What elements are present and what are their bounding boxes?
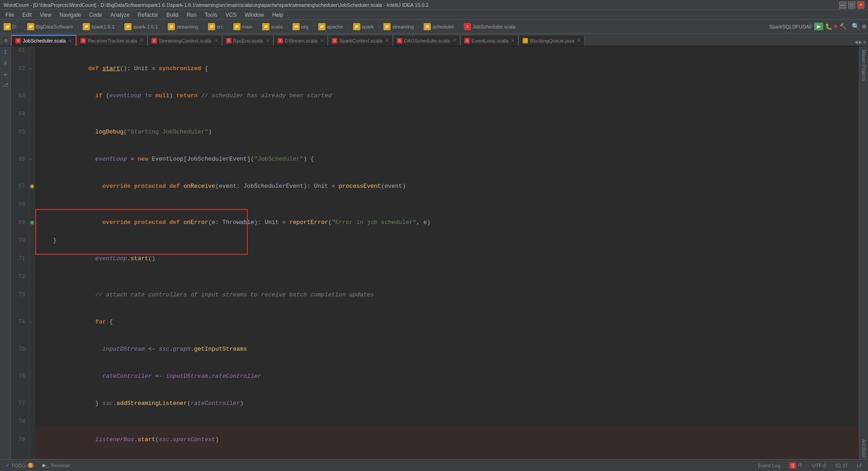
- breadcrumb-src[interactable]: 📁 src: [206, 22, 225, 31]
- tab-close-receivertracker[interactable]: ✕: [140, 38, 143, 43]
- tab-close-eventloop[interactable]: ✕: [511, 38, 514, 43]
- terminal-button[interactable]: ▶_ Terminal: [41, 461, 71, 469]
- tab-dstream[interactable]: S DStream.scala ✕: [274, 35, 328, 46]
- sidebar-favorites-icon[interactable]: ★: [1, 70, 10, 79]
- menu-edit[interactable]: Edit: [19, 11, 35, 19]
- breadcrumb-bigdata[interactable]: 📁 BigDataSoftware: [25, 22, 75, 31]
- tab-close-jobscheduler[interactable]: ✕: [68, 38, 72, 43]
- fold-arrow-74[interactable]: ▾: [29, 320, 32, 325]
- ime-button[interactable]: S 中: [788, 461, 805, 470]
- code-line-61[interactable]: [35, 46, 859, 55]
- code-line-67[interactable]: override protected def onReceive(event: …: [35, 173, 859, 200]
- tab-close-dagscheduler[interactable]: ✕: [453, 38, 456, 43]
- tab-close-sparkcontext[interactable]: ✕: [385, 38, 389, 43]
- java-icon: J: [523, 38, 528, 43]
- breadcrumb-org[interactable]: 📁 org: [291, 22, 310, 31]
- code-line-79[interactable]: listenerBus.start(ssc.sparkContext): [35, 426, 859, 453]
- tab-close-dstream[interactable]: ✕: [320, 38, 324, 43]
- menu-analyze[interactable]: Analyze: [107, 11, 133, 19]
- sidebar-project-icon[interactable]: 1: [1, 48, 10, 57]
- tab-bar: ⊞ S JobScheduler.scala ✕ S ReceiverTrack…: [0, 33, 868, 46]
- tab-close-streamingcontext[interactable]: ✕: [214, 38, 218, 43]
- code-line-64[interactable]: [35, 109, 859, 119]
- menu-build[interactable]: Build: [163, 11, 182, 19]
- line-col-button[interactable]: 62:37: [834, 462, 850, 469]
- menu-view[interactable]: View: [36, 11, 55, 19]
- code-line-70[interactable]: }: [35, 236, 859, 245]
- tab-sparkcontext[interactable]: S SparkContext.scala ✕: [328, 35, 392, 46]
- breadcrumb-spark-161[interactable]: 📁 spark-1.6.1: [123, 22, 160, 31]
- menu-file[interactable]: File: [2, 11, 18, 19]
- tab-eventloop[interactable]: S EventLoop.scala ✕: [460, 35, 519, 46]
- code-line-69[interactable]: override protected def onError(e: Throwa…: [35, 209, 859, 236]
- menu-navigate[interactable]: Navigate: [56, 11, 85, 19]
- code-line-76[interactable]: rateController <- inputDStream.rateContr…: [35, 363, 859, 390]
- sidebar-structure-icon[interactable]: ≡: [1, 59, 10, 68]
- tab-receivertracker[interactable]: S ReceiverTracker.scala ✕: [76, 35, 147, 46]
- line-gutter: [29, 417, 35, 426]
- code-line-66[interactable]: eventLoop = new EventLoop[JobSchedulerEv…: [35, 146, 859, 173]
- menu-run[interactable]: Run: [183, 11, 200, 19]
- code-line-63[interactable]: if (eventLoop != null) return // schedul…: [35, 82, 859, 109]
- search-icon[interactable]: 🔍: [852, 23, 859, 30]
- code-line-71[interactable]: eventLoop.start(): [35, 245, 859, 272]
- build-icon[interactable]: 🔨: [840, 23, 847, 30]
- tab-close-rpcenv[interactable]: ✕: [266, 38, 269, 43]
- code-line-78[interactable]: [35, 417, 859, 426]
- fold-arrow[interactable]: ▾: [29, 67, 32, 71]
- run-button[interactable]: ▶: [814, 23, 823, 30]
- menu-tools[interactable]: Tools: [201, 11, 221, 19]
- right-panel-ant-build[interactable]: Ant Build: [861, 438, 866, 459]
- tab-overflow-right[interactable]: ▶: [859, 39, 862, 46]
- code-line-68[interactable]: [35, 200, 859, 209]
- maximize-button[interactable]: □: [848, 1, 855, 9]
- todo-button[interactable]: ✓ TODO 6: [4, 461, 35, 469]
- tab-close-blockingqueue[interactable]: ✕: [577, 38, 580, 43]
- breadcrumb-apache[interactable]: 📁 apache: [316, 22, 345, 31]
- settings-icon[interactable]: ⚙: [863, 23, 866, 30]
- event-log-button[interactable]: Event Log: [756, 462, 783, 469]
- code-line-62[interactable]: def start(): Unit = synchronized {: [35, 55, 859, 82]
- breadcrumb-scheduler[interactable]: 📁 scheduler: [422, 22, 456, 31]
- menu-code[interactable]: Code: [85, 11, 106, 19]
- code-line-72[interactable]: [35, 272, 859, 281]
- code-editor[interactable]: 61 62 ▾ def start(): Unit = synchronized…: [11, 46, 859, 459]
- right-panel-maven[interactable]: Maven Projects: [861, 48, 866, 83]
- folder-icon: 📁: [353, 23, 360, 30]
- debug-icon[interactable]: 🐛: [825, 23, 832, 30]
- code-line-73[interactable]: // attach rate controllers of input stre…: [35, 281, 859, 309]
- tab-overflow-menu[interactable]: ▾: [863, 39, 866, 46]
- lf-button[interactable]: LF: [855, 462, 864, 469]
- breadcrumb-scala-pkg[interactable]: 📁 scala: [260, 22, 284, 31]
- menu-vcs[interactable]: VCS: [222, 11, 241, 19]
- tab-dagscheduler[interactable]: S DAGScheduler.scala ✕: [393, 35, 461, 46]
- tab-streamingcontext[interactable]: S StreamingContext.scala ✕: [147, 35, 222, 46]
- sidebar-git-icon[interactable]: ⎇: [1, 81, 10, 90]
- encoding-button[interactable]: UTF-8: [810, 462, 828, 469]
- code-line-74[interactable]: for {: [35, 309, 859, 336]
- breadcrumb-spark[interactable]: 📁 spark: [351, 22, 376, 31]
- fold-arrow-66[interactable]: ▾: [29, 157, 32, 162]
- code-line-80[interactable]: receiverTracker = new ReceiverTracker(ss…: [35, 453, 859, 459]
- menu-window[interactable]: Window: [241, 11, 268, 19]
- table-row: 64: [11, 109, 859, 119]
- stop-icon[interactable]: ■: [834, 23, 838, 30]
- breadcrumb-main[interactable]: 📁 main: [231, 22, 255, 31]
- tab-blockingqueue[interactable]: J BlockingQueue.java ✕: [519, 35, 585, 46]
- breadcrumb-streaming[interactable]: 📁 streaming: [166, 22, 200, 31]
- breadcrumb-jobscheduler-file[interactable]: S JobScheduler.scala: [462, 22, 517, 31]
- close-button[interactable]: ✕: [857, 1, 864, 9]
- tab-overflow-left[interactable]: ◀: [854, 39, 858, 46]
- breadcrumb-streaming2[interactable]: 📁 streaming: [382, 22, 415, 31]
- code-line-65[interactable]: logDebug("Starting JobScheduler"): [35, 119, 859, 146]
- tab-jobscheduler[interactable]: S JobScheduler.scala ✕: [11, 35, 76, 46]
- tab-rpcenv[interactable]: S RpcEnv.scala ✕: [222, 35, 274, 46]
- menu-refactor[interactable]: Refactor: [134, 11, 162, 19]
- code-line-75[interactable]: inputDStream <- ssc.graph.getInputStream…: [35, 336, 859, 363]
- breadcrumb-d[interactable]: 📁 D:: [2, 22, 19, 31]
- panel-left-icon[interactable]: ⊞: [1, 35, 11, 46]
- code-line-77[interactable]: } ssc.addStreamingListener(rateControlle…: [35, 390, 859, 417]
- minimize-button[interactable]: —: [839, 1, 846, 9]
- breadcrumb-spark161[interactable]: 📁 spark1.6.1: [81, 22, 116, 31]
- menu-help[interactable]: Help: [269, 11, 287, 19]
